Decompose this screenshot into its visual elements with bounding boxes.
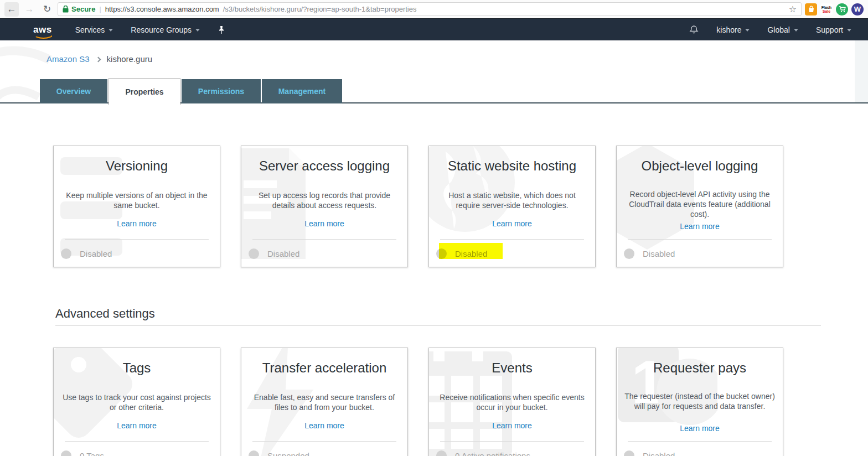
learn-more-link[interactable]: Learn more <box>429 421 595 430</box>
card-status: Disabled <box>61 246 213 261</box>
card-status: 0 Tags <box>61 448 213 456</box>
tab-management[interactable]: Management <box>262 79 342 103</box>
breadcrumb-amazon-s3-link[interactable]: Amazon S3 <box>46 54 90 64</box>
aws-smile-icon <box>34 34 53 39</box>
nav-user-menu[interactable]: kishore <box>707 19 758 41</box>
properties-cards-row: Versioning Keep multiple versions of an … <box>53 146 783 267</box>
learn-more-link[interactable]: Learn more <box>54 219 220 228</box>
card-divider <box>440 239 584 240</box>
browser-reload-button[interactable]: ↻ <box>40 2 54 17</box>
learn-more-link[interactable]: Learn more <box>429 219 595 228</box>
tab-overview[interactable]: Overview <box>40 79 107 103</box>
breadcrumb-current-bucket: kishore.guru <box>107 54 153 64</box>
secure-chip[interactable]: Secure <box>63 5 95 13</box>
nav-support-label: Support <box>816 25 843 34</box>
card-description: Receive notifications when specific even… <box>437 392 587 412</box>
card-static-website-hosting[interactable]: Static website hosting Host a static web… <box>428 146 596 267</box>
learn-more-link[interactable]: Learn more <box>241 219 407 228</box>
flash-sale-line1: Flash <box>822 6 831 9</box>
cart-icon <box>839 6 846 13</box>
pin-icon <box>218 25 225 34</box>
card-object-level-logging[interactable]: Object-level logging Record object-level… <box>616 146 783 267</box>
url-bar[interactable]: Secure | https://s3.console.aws.amazon.c… <box>58 2 802 16</box>
nav-services-label: Services <box>75 25 105 34</box>
card-status: Disabled <box>249 246 400 261</box>
card-description: Record object-level API activity using t… <box>624 189 775 219</box>
card-requester-pays[interactable]: 1 Requester pays The requester (instead … <box>616 348 783 456</box>
aws-navbar: aws Services Resource Groups kishore Glo… <box>0 18 868 40</box>
card-server-access-logging[interactable]: Server access logging Set up access log … <box>241 146 408 267</box>
shopping-bag-extension-icon[interactable] <box>805 3 817 15</box>
status-label: Suspended <box>267 451 309 456</box>
tab-properties[interactable]: Properties <box>108 78 180 105</box>
card-divider <box>628 239 772 240</box>
bell-icon <box>689 25 699 35</box>
card-divider <box>65 239 209 240</box>
card-description: Host a static website, which does not re… <box>437 190 587 210</box>
flash-sale-extension-icon[interactable]: Flash Sale <box>820 3 833 15</box>
bookmark-star-icon[interactable]: ☆ <box>789 4 797 14</box>
card-events[interactable]: Events Receive notifications when specif… <box>428 348 596 456</box>
cart-extension-icon[interactable] <box>836 3 848 15</box>
lock-icon <box>63 6 69 13</box>
card-tags[interactable]: Tags Use tags to track your cost against… <box>53 348 220 456</box>
aws-logo[interactable]: aws <box>33 24 52 35</box>
status-dot-icon <box>624 248 634 259</box>
card-title: Versioning <box>54 158 220 174</box>
chevron-down-icon <box>794 29 798 32</box>
card-title: Server access logging <box>241 158 407 174</box>
chevron-down-icon <box>847 29 851 32</box>
card-description: Set up access log records that provide d… <box>249 190 400 210</box>
learn-more-link[interactable]: Learn more <box>54 421 220 430</box>
nav-resource-groups[interactable]: Resource Groups <box>122 19 209 41</box>
learn-more-link[interactable]: Learn more <box>241 421 407 430</box>
nav-region-label: Global <box>767 25 789 34</box>
card-divider <box>628 441 772 442</box>
browser-forward-button[interactable]: → <box>22 2 37 17</box>
nav-support-menu[interactable]: Support <box>807 19 860 41</box>
status-label: Disabled <box>643 249 675 258</box>
browser-back-button[interactable]: ← <box>4 2 19 17</box>
omnibox-separator: | <box>99 5 101 13</box>
card-title: Requester pays <box>617 360 783 376</box>
notifications-button[interactable] <box>680 19 707 41</box>
nav-services[interactable]: Services <box>66 19 122 41</box>
status-dot-icon <box>624 450 634 456</box>
card-status: Disabled <box>436 246 588 261</box>
nav-resource-groups-label: Resource Groups <box>131 25 192 34</box>
card-status: 0 Active notifications <box>436 448 588 456</box>
status-label: Disabled <box>267 249 299 258</box>
card-title: Static website hosting <box>429 158 595 174</box>
learn-more-link[interactable]: Learn more <box>617 222 783 231</box>
main-content: Amazon S3 kishore.guru Overview Properti… <box>0 40 868 456</box>
w-extension-icon[interactable]: W <box>851 3 864 15</box>
card-status: Disabled <box>624 448 776 456</box>
advanced-settings-divider <box>55 325 821 326</box>
learn-more-link[interactable]: Learn more <box>617 424 783 433</box>
bucket-tabs: Overview Properties Permissions Manageme… <box>40 79 343 105</box>
card-versioning[interactable]: Versioning Keep multiple versions of an … <box>53 146 220 267</box>
url-path: /s3/buckets/kishore.guru/?region=ap-sout… <box>223 5 417 13</box>
card-divider <box>252 239 396 240</box>
card-status: Disabled <box>624 246 776 261</box>
card-description: The requester (instead of the bucket own… <box>624 391 775 411</box>
card-description: Keep multiple versions of an object in t… <box>61 190 212 210</box>
card-description: Use tags to track your cost against proj… <box>61 392 212 412</box>
card-transfer-acceleration[interactable]: Transfer acceleration Enable fast, easy … <box>241 348 408 456</box>
card-title: Transfer acceleration <box>241 360 407 376</box>
status-label: 0 Active notifications <box>455 451 530 456</box>
status-dot-icon <box>61 248 71 259</box>
chevron-down-icon <box>195 29 200 32</box>
flash-sale-line2: Sale <box>823 9 830 13</box>
status-dot-icon <box>249 248 259 259</box>
bag-icon <box>808 6 815 13</box>
nav-region-menu[interactable]: Global <box>758 19 807 41</box>
background-watermark-right <box>851 40 868 102</box>
secure-label: Secure <box>71 5 95 13</box>
pin-shortcut-button[interactable] <box>209 19 234 41</box>
breadcrumb-separator-icon <box>95 56 101 62</box>
card-title: Object-level logging <box>617 158 783 174</box>
tab-permissions[interactable]: Permissions <box>182 79 261 103</box>
status-dot-icon <box>61 450 71 456</box>
status-dot-icon <box>436 450 447 456</box>
